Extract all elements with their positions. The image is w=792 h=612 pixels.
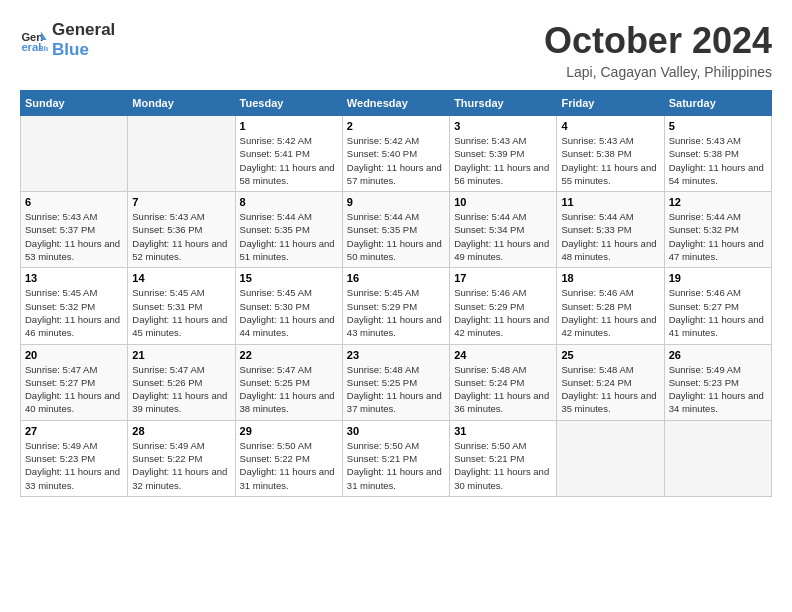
- calendar-cell: 8Sunrise: 5:44 AM Sunset: 5:35 PM Daylig…: [235, 192, 342, 268]
- day-number: 4: [561, 120, 659, 132]
- calendar-cell: 20Sunrise: 5:47 AM Sunset: 5:27 PM Dayli…: [21, 344, 128, 420]
- day-number: 15: [240, 272, 338, 284]
- calendar-cell: [128, 116, 235, 192]
- weekday-header-cell: Thursday: [450, 91, 557, 116]
- day-info: Sunrise: 5:48 AM Sunset: 5:25 PM Dayligh…: [347, 363, 445, 416]
- day-number: 26: [669, 349, 767, 361]
- calendar-cell: 10Sunrise: 5:44 AM Sunset: 5:34 PM Dayli…: [450, 192, 557, 268]
- calendar-cell: 11Sunrise: 5:44 AM Sunset: 5:33 PM Dayli…: [557, 192, 664, 268]
- day-info: Sunrise: 5:43 AM Sunset: 5:37 PM Dayligh…: [25, 210, 123, 263]
- day-number: 8: [240, 196, 338, 208]
- logo-line2: Blue: [52, 40, 115, 60]
- calendar-cell: 23Sunrise: 5:48 AM Sunset: 5:25 PM Dayli…: [342, 344, 449, 420]
- day-number: 2: [347, 120, 445, 132]
- day-info: Sunrise: 5:43 AM Sunset: 5:38 PM Dayligh…: [669, 134, 767, 187]
- title-section: October 2024 Lapi, Cagayan Valley, Phili…: [544, 20, 772, 80]
- calendar-cell: 19Sunrise: 5:46 AM Sunset: 5:27 PM Dayli…: [664, 268, 771, 344]
- day-number: 28: [132, 425, 230, 437]
- day-number: 10: [454, 196, 552, 208]
- calendar-cell: 15Sunrise: 5:45 AM Sunset: 5:30 PM Dayli…: [235, 268, 342, 344]
- calendar-cell: 29Sunrise: 5:50 AM Sunset: 5:22 PM Dayli…: [235, 420, 342, 496]
- day-number: 3: [454, 120, 552, 132]
- calendar-week-row: 20Sunrise: 5:47 AM Sunset: 5:27 PM Dayli…: [21, 344, 772, 420]
- day-number: 25: [561, 349, 659, 361]
- day-number: 11: [561, 196, 659, 208]
- day-info: Sunrise: 5:49 AM Sunset: 5:22 PM Dayligh…: [132, 439, 230, 492]
- calendar-cell: 1Sunrise: 5:42 AM Sunset: 5:41 PM Daylig…: [235, 116, 342, 192]
- calendar-cell: 31Sunrise: 5:50 AM Sunset: 5:21 PM Dayli…: [450, 420, 557, 496]
- day-info: Sunrise: 5:44 AM Sunset: 5:35 PM Dayligh…: [347, 210, 445, 263]
- logo-line1: General: [52, 20, 115, 40]
- day-number: 20: [25, 349, 123, 361]
- day-info: Sunrise: 5:49 AM Sunset: 5:23 PM Dayligh…: [25, 439, 123, 492]
- day-info: Sunrise: 5:45 AM Sunset: 5:30 PM Dayligh…: [240, 286, 338, 339]
- calendar-week-row: 1Sunrise: 5:42 AM Sunset: 5:41 PM Daylig…: [21, 116, 772, 192]
- day-info: Sunrise: 5:44 AM Sunset: 5:35 PM Dayligh…: [240, 210, 338, 263]
- day-number: 12: [669, 196, 767, 208]
- day-number: 19: [669, 272, 767, 284]
- calendar-cell: 4Sunrise: 5:43 AM Sunset: 5:38 PM Daylig…: [557, 116, 664, 192]
- day-info: Sunrise: 5:46 AM Sunset: 5:28 PM Dayligh…: [561, 286, 659, 339]
- calendar-header-row: SundayMondayTuesdayWednesdayThursdayFrid…: [21, 91, 772, 116]
- svg-marker-2: [41, 32, 47, 40]
- calendar-cell: 22Sunrise: 5:47 AM Sunset: 5:25 PM Dayli…: [235, 344, 342, 420]
- calendar-cell: 18Sunrise: 5:46 AM Sunset: 5:28 PM Dayli…: [557, 268, 664, 344]
- day-number: 22: [240, 349, 338, 361]
- day-number: 27: [25, 425, 123, 437]
- logo: Gen eral Blue General Blue: [20, 20, 115, 61]
- calendar-cell: [557, 420, 664, 496]
- calendar-cell: 13Sunrise: 5:45 AM Sunset: 5:32 PM Dayli…: [21, 268, 128, 344]
- day-info: Sunrise: 5:48 AM Sunset: 5:24 PM Dayligh…: [454, 363, 552, 416]
- location: Lapi, Cagayan Valley, Philippines: [544, 64, 772, 80]
- day-number: 7: [132, 196, 230, 208]
- day-info: Sunrise: 5:44 AM Sunset: 5:33 PM Dayligh…: [561, 210, 659, 263]
- calendar-cell: 2Sunrise: 5:42 AM Sunset: 5:40 PM Daylig…: [342, 116, 449, 192]
- day-info: Sunrise: 5:47 AM Sunset: 5:26 PM Dayligh…: [132, 363, 230, 416]
- weekday-header-cell: Saturday: [664, 91, 771, 116]
- calendar-cell: 25Sunrise: 5:48 AM Sunset: 5:24 PM Dayli…: [557, 344, 664, 420]
- day-number: 1: [240, 120, 338, 132]
- day-number: 18: [561, 272, 659, 284]
- day-info: Sunrise: 5:50 AM Sunset: 5:21 PM Dayligh…: [454, 439, 552, 492]
- day-info: Sunrise: 5:43 AM Sunset: 5:36 PM Dayligh…: [132, 210, 230, 263]
- day-number: 6: [25, 196, 123, 208]
- calendar-cell: 26Sunrise: 5:49 AM Sunset: 5:23 PM Dayli…: [664, 344, 771, 420]
- calendar-week-row: 13Sunrise: 5:45 AM Sunset: 5:32 PM Dayli…: [21, 268, 772, 344]
- calendar-cell: 6Sunrise: 5:43 AM Sunset: 5:37 PM Daylig…: [21, 192, 128, 268]
- calendar-cell: [21, 116, 128, 192]
- calendar-body: 1Sunrise: 5:42 AM Sunset: 5:41 PM Daylig…: [21, 116, 772, 497]
- day-number: 24: [454, 349, 552, 361]
- day-info: Sunrise: 5:45 AM Sunset: 5:29 PM Dayligh…: [347, 286, 445, 339]
- day-info: Sunrise: 5:43 AM Sunset: 5:39 PM Dayligh…: [454, 134, 552, 187]
- calendar-cell: 9Sunrise: 5:44 AM Sunset: 5:35 PM Daylig…: [342, 192, 449, 268]
- day-info: Sunrise: 5:50 AM Sunset: 5:21 PM Dayligh…: [347, 439, 445, 492]
- weekday-header-cell: Wednesday: [342, 91, 449, 116]
- calendar-table: SundayMondayTuesdayWednesdayThursdayFrid…: [20, 90, 772, 497]
- day-info: Sunrise: 5:45 AM Sunset: 5:32 PM Dayligh…: [25, 286, 123, 339]
- day-info: Sunrise: 5:46 AM Sunset: 5:27 PM Dayligh…: [669, 286, 767, 339]
- day-info: Sunrise: 5:42 AM Sunset: 5:41 PM Dayligh…: [240, 134, 338, 187]
- calendar-cell: 30Sunrise: 5:50 AM Sunset: 5:21 PM Dayli…: [342, 420, 449, 496]
- calendar-cell: 21Sunrise: 5:47 AM Sunset: 5:26 PM Dayli…: [128, 344, 235, 420]
- calendar-cell: 24Sunrise: 5:48 AM Sunset: 5:24 PM Dayli…: [450, 344, 557, 420]
- day-number: 23: [347, 349, 445, 361]
- month-title: October 2024: [544, 20, 772, 62]
- calendar-cell: 17Sunrise: 5:46 AM Sunset: 5:29 PM Dayli…: [450, 268, 557, 344]
- calendar-week-row: 27Sunrise: 5:49 AM Sunset: 5:23 PM Dayli…: [21, 420, 772, 496]
- day-info: Sunrise: 5:47 AM Sunset: 5:25 PM Dayligh…: [240, 363, 338, 416]
- day-number: 14: [132, 272, 230, 284]
- calendar-cell: 12Sunrise: 5:44 AM Sunset: 5:32 PM Dayli…: [664, 192, 771, 268]
- day-info: Sunrise: 5:44 AM Sunset: 5:32 PM Dayligh…: [669, 210, 767, 263]
- calendar-cell: [664, 420, 771, 496]
- svg-text:Blue: Blue: [38, 44, 48, 53]
- day-number: 31: [454, 425, 552, 437]
- page-header: Gen eral Blue General Blue October 2024 …: [20, 20, 772, 80]
- day-info: Sunrise: 5:45 AM Sunset: 5:31 PM Dayligh…: [132, 286, 230, 339]
- calendar-cell: 27Sunrise: 5:49 AM Sunset: 5:23 PM Dayli…: [21, 420, 128, 496]
- logo-icon: Gen eral Blue: [20, 26, 48, 54]
- calendar-cell: 14Sunrise: 5:45 AM Sunset: 5:31 PM Dayli…: [128, 268, 235, 344]
- calendar-cell: 7Sunrise: 5:43 AM Sunset: 5:36 PM Daylig…: [128, 192, 235, 268]
- day-number: 17: [454, 272, 552, 284]
- day-info: Sunrise: 5:49 AM Sunset: 5:23 PM Dayligh…: [669, 363, 767, 416]
- day-number: 30: [347, 425, 445, 437]
